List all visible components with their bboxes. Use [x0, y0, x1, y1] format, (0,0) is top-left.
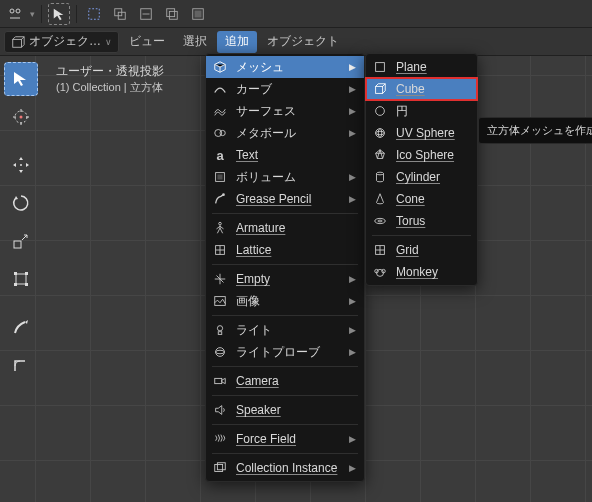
chevron-right-icon: ▶	[349, 62, 356, 72]
grease-pencil-icon	[212, 191, 228, 207]
svg-rect-46	[215, 378, 222, 383]
svg-line-34	[220, 228, 223, 233]
menu-item-metaball[interactable]: メタボール ▶	[206, 122, 364, 144]
svg-rect-7	[167, 8, 175, 16]
svg-point-53	[376, 131, 385, 135]
cursor-tool-icon[interactable]	[48, 3, 70, 25]
menu-item-cylinder[interactable]: Cylinder	[366, 166, 477, 188]
svg-rect-49	[376, 63, 385, 72]
uv-sphere-icon	[372, 125, 388, 141]
menu-item-grid[interactable]: Grid	[366, 239, 477, 261]
menu-item-collection-instance[interactable]: Collection Instance ▶	[206, 457, 364, 479]
mode-dropdown-label: オブジェク…	[29, 33, 101, 50]
menu-add[interactable]: 追加	[217, 31, 257, 53]
tooltip: 立方体メッシュを作成します.	[478, 117, 592, 144]
text-icon: a	[212, 147, 228, 163]
cylinder-icon	[372, 169, 388, 185]
tool-annotate[interactable]	[4, 310, 38, 344]
svg-point-54	[378, 129, 382, 138]
menu-item-image[interactable]: 画像 ▶	[206, 290, 364, 312]
cube-icon	[372, 81, 388, 97]
menu-item-cube[interactable]: Cube	[366, 78, 477, 100]
svg-point-1	[16, 9, 20, 13]
menu-item-mesh[interactable]: メッシュ ▶	[206, 56, 364, 78]
mesh-icon	[212, 59, 228, 75]
menu-item-lattice[interactable]: Lattice	[206, 239, 364, 261]
select-subtract-icon[interactable]	[135, 3, 157, 25]
svg-rect-18	[14, 241, 21, 248]
interaction-mode-icon[interactable]	[4, 3, 26, 25]
menu-item-ico-sphere[interactable]: Ico Sphere	[366, 144, 477, 166]
svg-point-52	[376, 129, 385, 138]
svg-rect-2	[89, 8, 100, 19]
menu-item-text[interactable]: a Text	[206, 144, 364, 166]
svg-point-12	[20, 116, 23, 119]
light-probe-icon	[212, 344, 228, 360]
menu-select[interactable]: 選択	[175, 31, 215, 53]
mesh-submenu: Plane Cube 円 UV Sphere Ico Sphere Cylind…	[365, 53, 478, 286]
select-intersect-icon[interactable]	[161, 3, 183, 25]
menu-item-monkey[interactable]: Monkey	[366, 261, 477, 283]
light-icon	[212, 322, 228, 338]
menu-item-plane[interactable]: Plane	[366, 56, 477, 78]
menu-item-circle[interactable]: 円	[366, 100, 477, 122]
mode-dropdown[interactable]: オブジェク… ∨	[4, 31, 119, 53]
mode-toolbar: ▾	[0, 0, 592, 28]
menu-item-uv-sphere[interactable]: UV Sphere	[366, 122, 477, 144]
lattice-icon	[212, 242, 228, 258]
select-invert-icon[interactable]	[187, 3, 209, 25]
menu-item-volume[interactable]: ボリューム ▶	[206, 166, 364, 188]
menu-object[interactable]: オブジェクト	[259, 31, 347, 53]
object-mode-icon	[11, 35, 25, 49]
tool-measure[interactable]	[4, 348, 38, 382]
select-box-icon[interactable]	[83, 3, 105, 25]
menu-item-torus[interactable]: Torus	[366, 210, 477, 232]
add-menu: メッシュ ▶ カーブ ▶ サーフェス ▶ メタボール ▶ a Text ボリュー…	[205, 53, 365, 482]
surface-icon	[212, 103, 228, 119]
tool-rotate[interactable]	[4, 186, 38, 220]
menu-view[interactable]: ビュー	[121, 31, 173, 53]
svg-rect-19	[16, 274, 26, 284]
svg-point-24	[215, 130, 222, 137]
tool-transform[interactable]	[4, 262, 38, 296]
svg-point-55	[377, 172, 384, 175]
menu-item-speaker[interactable]: Speaker	[206, 399, 364, 421]
menu-item-surface[interactable]: サーフェス ▶	[206, 100, 364, 122]
menu-item-light[interactable]: ライト ▶	[206, 319, 364, 341]
menu-item-grease-pencil[interactable]: Grease Pencil ▶	[206, 188, 364, 210]
svg-point-28	[222, 193, 225, 196]
tool-scale[interactable]	[4, 224, 38, 258]
menu-item-camera[interactable]: Camera	[206, 370, 364, 392]
svg-point-57	[378, 220, 382, 222]
menu-item-cone[interactable]: Cone	[366, 188, 477, 210]
svg-rect-20	[14, 272, 17, 275]
metaball-icon	[212, 125, 228, 141]
curve-icon	[212, 81, 228, 97]
select-extend-icon[interactable]	[109, 3, 131, 25]
svg-point-0	[10, 9, 14, 13]
menu-item-empty[interactable]: Empty ▶	[206, 268, 364, 290]
menu-item-light-probe[interactable]: ライトプローブ ▶	[206, 341, 364, 363]
viewport-projection-label: ユーザー・透視投影	[56, 63, 164, 79]
circle-icon	[372, 103, 388, 119]
tool-move[interactable]	[4, 148, 38, 182]
plane-icon	[372, 59, 388, 75]
menu-item-armature[interactable]: Armature	[206, 217, 364, 239]
cone-icon	[372, 191, 388, 207]
svg-point-29	[219, 222, 222, 225]
menu-item-curve[interactable]: カーブ ▶	[206, 78, 364, 100]
tool-select-box[interactable]	[4, 62, 38, 96]
svg-rect-48	[217, 463, 225, 470]
svg-point-51	[376, 107, 385, 116]
tool-cursor[interactable]	[4, 100, 38, 134]
monkey-icon	[372, 264, 388, 280]
camera-icon	[212, 373, 228, 389]
viewport-collection-label: (1) Collection | 立方体	[56, 79, 164, 95]
menu-separator	[212, 213, 358, 214]
force-field-icon	[212, 431, 228, 447]
speaker-icon	[212, 402, 228, 418]
svg-point-56	[375, 218, 386, 223]
menu-item-force-field[interactable]: Force Field ▶	[206, 428, 364, 450]
svg-point-45	[216, 350, 225, 354]
armature-icon	[212, 220, 228, 236]
